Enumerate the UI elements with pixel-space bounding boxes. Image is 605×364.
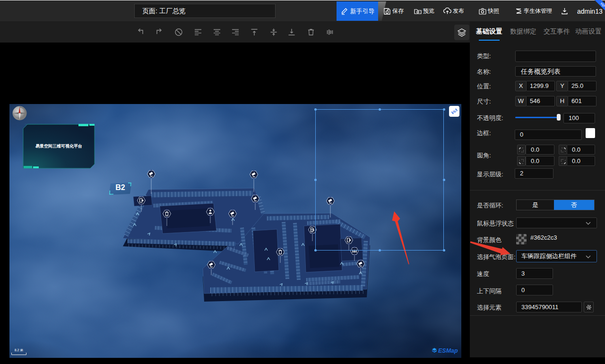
svg-text:3D: 3D (453, 110, 456, 113)
svg-text:ESMap: ESMap (438, 347, 458, 354)
